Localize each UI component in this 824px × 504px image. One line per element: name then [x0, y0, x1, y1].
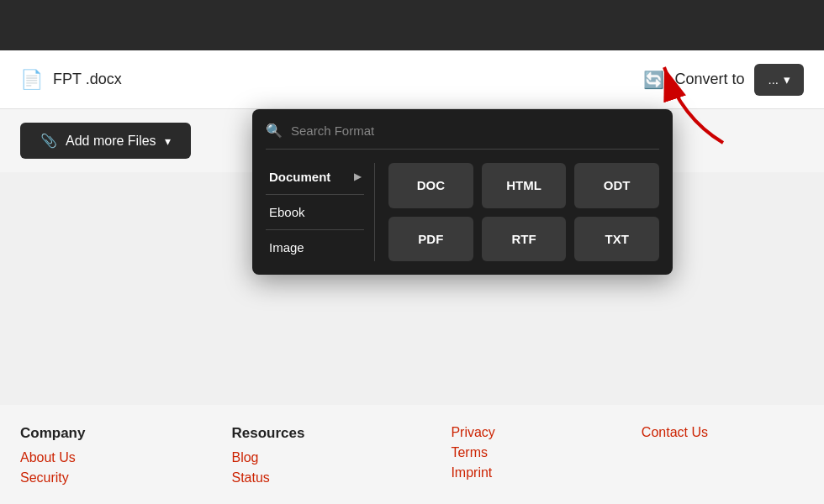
footer-link-contact-us[interactable]: Contact Us [642, 425, 804, 440]
category-document[interactable]: Document ▶ [266, 163, 364, 191]
add-files-icon: 📎 [40, 133, 57, 149]
footer-link-status[interactable]: Status [231, 470, 400, 486]
footer-col-title-1: Resources [231, 425, 400, 442]
footer: CompanyAbout UsSecurityResourcesBlogStat… [0, 405, 824, 504]
search-icon: 🔍 [266, 123, 283, 139]
footer-col-0: CompanyAbout UsSecurity [20, 425, 181, 491]
footer-link-about-us[interactable]: About Us [20, 450, 181, 465]
file-row: 📄 FPT .docx 🔄 Convert to ... ▾ [0, 50, 824, 109]
convert-btn-chevron: ▾ [784, 72, 790, 87]
category-ebook[interactable]: Ebook [266, 198, 364, 226]
dropdown-body: Document ▶ Ebook Image DOCHTMLODTPDFRTFT… [266, 163, 659, 261]
footer-col-3: Contact Us [642, 425, 804, 445]
convert-label: Convert to [674, 71, 744, 88]
footer-link-imprint[interactable]: Imprint [451, 465, 590, 480]
footer-col-2: PrivacyTermsImprint [451, 425, 590, 486]
category-document-label: Document [269, 170, 330, 184]
category-image-label: Image [269, 240, 304, 255]
format-btn-txt[interactable]: TXT [574, 217, 659, 262]
footer-link-terms[interactable]: Terms [451, 445, 590, 460]
format-btn-doc[interactable]: DOC [388, 163, 473, 208]
category-divider [266, 194, 364, 195]
footer-col-1: ResourcesBlogStatus [231, 425, 400, 491]
format-btn-odt[interactable]: ODT [574, 163, 659, 208]
category-document-arrow: ▶ [354, 171, 361, 182]
convert-to-button[interactable]: ... ▾ [754, 64, 804, 96]
footer-grid: CompanyAbout UsSecurityResourcesBlogStat… [20, 425, 804, 491]
add-files-label: Add more Files [66, 134, 156, 149]
file-icon: 📄 [20, 69, 43, 91]
footer-link-privacy[interactable]: Privacy [451, 425, 590, 440]
footer-col-title-0: Company [20, 425, 181, 442]
category-divider-2 [266, 229, 364, 230]
add-more-files-button[interactable]: 📎 Add more Files ▾ [20, 123, 191, 159]
footer-link-blog[interactable]: Blog [231, 450, 400, 465]
file-name: FPT .docx [53, 71, 643, 88]
format-btn-pdf[interactable]: PDF [388, 217, 473, 262]
format-btn-rtf[interactable]: RTF [482, 217, 567, 262]
convert-btn-dots: ... [768, 72, 779, 87]
category-list: Document ▶ Ebook Image [266, 163, 375, 261]
category-image[interactable]: Image [266, 234, 364, 261]
add-files-chevron: ▾ [165, 134, 171, 148]
format-dropdown: 🔍 Document ▶ Ebook Image DOCHTMLODTPDFRT… [252, 109, 673, 275]
top-bar [0, 0, 824, 50]
refresh-icon[interactable]: 🔄 [643, 70, 664, 90]
category-ebook-label: Ebook [269, 205, 305, 219]
convert-section: 🔄 Convert to ... ▾ [643, 64, 804, 96]
search-format-input[interactable] [291, 123, 659, 138]
search-row: 🔍 [266, 123, 659, 150]
format-grid: DOCHTMLODTPDFRTFTXT [375, 163, 659, 261]
format-btn-html[interactable]: HTML [482, 163, 567, 208]
footer-link-security[interactable]: Security [20, 470, 181, 486]
